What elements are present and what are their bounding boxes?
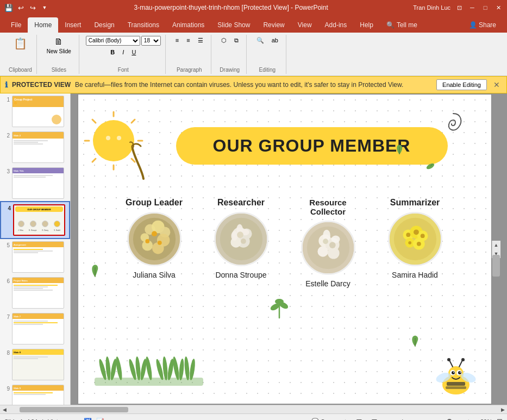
svg-point-42 (317, 246, 328, 257)
slide-panel: 1 Group Project🌼 2 Slide 2 3 Slide Tit (0, 93, 71, 405)
tab-slideshow[interactable]: Slide Show (211, 17, 256, 33)
member-photo-3 (301, 221, 355, 275)
slide-item-6[interactable]: 6 Project Notes (0, 275, 70, 311)
align-center-button[interactable]: ≡ (183, 36, 193, 45)
minimize-button[interactable]: ─ (468, 3, 477, 12)
share-button[interactable]: 👤 Share (462, 17, 503, 33)
shape-button[interactable]: ⬡ (218, 36, 230, 45)
protected-bar-close-icon[interactable]: ✕ (491, 80, 502, 89)
slide-thumb-3: Slide Title (12, 167, 64, 199)
member-name-2: Donna Stroupe (215, 271, 266, 279)
comment-icon: 💬 (311, 418, 319, 420)
fit-slide-button[interactable]: ⊡ (497, 417, 503, 420)
zoom-in-button[interactable]: + (466, 417, 471, 420)
tab-animations[interactable]: Animations (166, 17, 211, 33)
h-scroll-thumb[interactable] (20, 407, 128, 412)
view-normal-icon[interactable]: ⊞ (354, 416, 365, 421)
scroll-left-arrow[interactable]: ◀ (0, 405, 9, 414)
tab-addins[interactable]: Add-ins (318, 17, 354, 33)
h-scroll-track[interactable] (9, 406, 498, 413)
underline-button[interactable]: U (128, 48, 139, 57)
enable-editing-button[interactable]: Enable Editing (436, 79, 487, 90)
slide-canvas[interactable]: OUR GROUP MEMBER (78, 94, 492, 404)
notes-icon[interactable]: 📝 (96, 418, 104, 421)
view-sort-icon[interactable]: ⊟ (369, 416, 380, 421)
leaf-left-mid (89, 263, 101, 280)
slides-group: 🗎New Slide Slides (39, 35, 79, 74)
zoom-out-button[interactable]: − (415, 417, 419, 420)
status-left: Slide 4 of 24 | Vietnamese ♿ 📝 (4, 418, 104, 421)
svg-point-47 (329, 242, 335, 248)
vertical-scrollbar[interactable]: ▲ ▼ (492, 241, 500, 258)
redo-icon[interactable]: ↪ (28, 3, 37, 12)
find-button[interactable]: 🔍 (253, 36, 267, 45)
comments-button[interactable]: 💬 Comments (311, 418, 349, 420)
align-left-button[interactable]: ≡ (172, 36, 182, 45)
scroll-right-arrow[interactable]: ▶ (498, 405, 507, 414)
svg-point-26 (157, 241, 161, 245)
bold-button[interactable]: B (107, 48, 118, 57)
tab-insert[interactable]: Insert (58, 17, 87, 33)
tab-file[interactable]: File (4, 17, 28, 33)
status-right: 💬 Comments ⊞ ⊟ ▭ ▷ − + 39% ⊡ (311, 416, 503, 421)
member-grid: Group Leader (111, 198, 459, 288)
svg-point-67 (145, 356, 153, 381)
undo-icon[interactable]: ↩ (16, 3, 25, 12)
tab-review[interactable]: Review (256, 17, 291, 33)
slide-thumb-9: Slide 9 (12, 385, 64, 405)
horizontal-scrollbar[interactable]: ◀ ▶ (0, 405, 507, 413)
svg-line-5 (132, 120, 135, 123)
svg-point-57 (420, 234, 424, 238)
drawing-group: ⬡ ⧉ Drawing (214, 35, 247, 74)
svg-point-93 (461, 358, 465, 361)
bullets-button[interactable]: ☰ (195, 36, 206, 45)
view-reading-icon[interactable]: ▭ (384, 416, 396, 421)
font-size-select[interactable]: 18 (141, 36, 161, 46)
zoom-slider[interactable]: − + (415, 417, 471, 420)
svg-point-49 (393, 218, 436, 260)
slide-item-7[interactable]: 7 Slide 7 (0, 311, 70, 347)
new-slide-button[interactable]: 🗎New Slide (43, 36, 74, 55)
tab-help[interactable]: Help (353, 17, 380, 33)
svg-point-58 (408, 241, 411, 245)
accessibility-icon[interactable]: ♿ (84, 418, 92, 421)
font-family-select[interactable]: Calibri (Body) (86, 36, 140, 46)
slide-item-9[interactable]: 9 Slide 9 (0, 383, 70, 405)
replace-button[interactable]: ab (268, 36, 281, 45)
slide-item-4[interactable]: 4 OUR GROUP MEMBER J. SilvaD. StroupeE. … (0, 201, 70, 239)
close-button[interactable]: ✕ (494, 3, 503, 12)
tab-view[interactable]: View (291, 17, 318, 33)
scroll-thumb[interactable] (492, 255, 500, 277)
ribbon-display-icon[interactable]: ⊡ (455, 3, 464, 12)
paste-button[interactable]: 📋 (10, 36, 30, 51)
customize-qa-icon[interactable]: ▼ (40, 3, 49, 12)
tab-design[interactable]: Design (87, 17, 121, 33)
restore-button[interactable]: □ (481, 3, 490, 12)
bee-decoration (431, 355, 475, 393)
view-slideshow-icon[interactable]: ▷ (400, 416, 410, 421)
svg-point-45 (331, 235, 340, 243)
svg-line-6 (92, 159, 96, 162)
slide-item-8[interactable]: 8 Slide 8 (0, 347, 70, 383)
status-separator: | (42, 418, 43, 421)
tab-transitions[interactable]: Transitions (121, 17, 166, 33)
protected-view-bar: ℹ PROTECTED VIEW Be careful—files from t… (0, 76, 507, 93)
italic-button[interactable]: I (119, 48, 127, 57)
tab-tellme[interactable]: 🔍Tell me (380, 17, 424, 33)
main-area: 1 Group Project🌼 2 Slide 2 3 Slide Tit (0, 93, 507, 405)
slide-item-3[interactable]: 3 Slide Title (0, 165, 70, 201)
slide-title: OUR GROUP MEMBER (176, 127, 448, 165)
slide-item-2[interactable]: 2 Slide 2 (0, 129, 70, 165)
tab-home[interactable]: Home (28, 17, 58, 33)
scroll-up-arrow[interactable]: ▲ (492, 241, 500, 249)
member-photo-4 (388, 212, 442, 266)
slide-item-5[interactable]: 5 Assignment (0, 239, 70, 275)
arrange-button[interactable]: ⧉ (231, 36, 242, 45)
member-photo-1 (127, 212, 181, 266)
member-name-3: Estelle Darcy (305, 279, 350, 288)
info-icon: ℹ (5, 80, 8, 89)
save-icon[interactable]: 💾 (4, 3, 13, 12)
zoom-level[interactable]: 39% (475, 418, 492, 421)
role-label-1: Group Leader (126, 198, 183, 208)
slide-item-1[interactable]: 1 Group Project🌼 (0, 93, 70, 129)
